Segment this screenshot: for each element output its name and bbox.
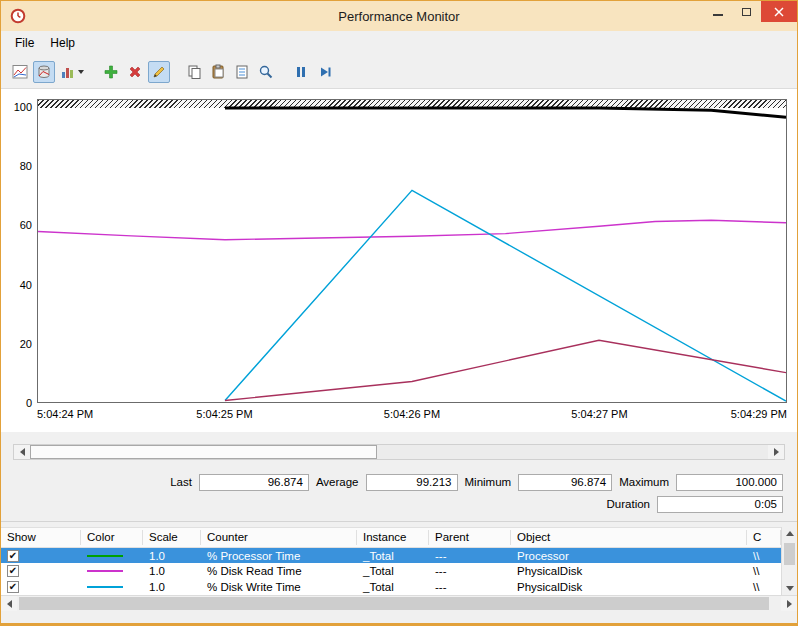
horizontal-scrollbar-track[interactable] (17, 596, 781, 611)
y-tick-label: 40 (20, 279, 32, 291)
minimize-button[interactable] (703, 1, 732, 22)
horizontal-scrollbar-thumb[interactable] (19, 597, 769, 610)
menu-help[interactable]: Help (42, 33, 83, 53)
vertical-scrollbar-thumb[interactable] (784, 543, 795, 565)
zoom-icon (258, 64, 274, 80)
zoom-button[interactable] (255, 61, 277, 83)
paste-counter-list-button[interactable] (207, 61, 229, 83)
header-color[interactable]: Color (81, 530, 143, 545)
update-data-button[interactable] (314, 61, 336, 83)
header-show[interactable]: Show (1, 530, 81, 545)
counter-row-processor-time[interactable]: ✔ 1.0 % Processor Time _Total --- Proces… (1, 548, 781, 564)
duration-label: Duration (607, 498, 650, 510)
object-cell: PhysicalDisk (511, 581, 747, 593)
highlight-button[interactable] (148, 61, 170, 83)
maximum-value: 100.000 (676, 474, 783, 491)
series-line (225, 108, 786, 117)
y-tick-label: 0 (26, 397, 32, 409)
minimum-value: 96.874 (518, 474, 612, 491)
close-button[interactable] (761, 1, 797, 22)
graph-panel: 100806040200 5:04:24 PM5:04:25 PM5:04:26… (1, 88, 797, 432)
maximize-button[interactable] (732, 1, 761, 22)
chart-lines (38, 100, 786, 402)
average-label: Average (316, 476, 359, 488)
freeze-display-button[interactable] (290, 61, 312, 83)
average-value: 99.213 (366, 474, 458, 491)
x-tick-label: 5:04:29 PM (731, 408, 787, 420)
chart-plot-area (37, 99, 787, 403)
view-log-data-icon (36, 64, 52, 80)
chart-type-icon (60, 64, 76, 80)
view-current-activity-button[interactable] (9, 61, 31, 83)
properties-icon (234, 64, 250, 80)
parent-cell: --- (429, 565, 511, 577)
counter-list: Show Color Scale Counter Instance Parent… (1, 527, 797, 595)
y-tick-label: 20 (20, 338, 32, 350)
duration-value: 0:05 (657, 496, 783, 513)
time-scrollbar-track[interactable] (30, 445, 768, 459)
time-scroll-left-button[interactable] (14, 445, 30, 459)
counter-row-disk-write-time[interactable]: ✔ 1.0 % Disk Write Time _Total --- Physi… (1, 579, 781, 595)
scale-cell: 1.0 (143, 565, 201, 577)
series-line (38, 220, 786, 239)
show-checkbox[interactable]: ✔ (7, 581, 19, 593)
time-scrollbar-thumb[interactable] (30, 445, 377, 459)
show-checkbox[interactable]: ✔ (7, 565, 19, 577)
series-line (225, 190, 786, 401)
counter-cell: % Disk Read Time (201, 565, 357, 577)
series-line (225, 340, 786, 400)
minimize-icon (713, 14, 723, 16)
copy-properties-button[interactable] (183, 61, 205, 83)
y-tick-label: 100 (14, 101, 32, 113)
header-parent[interactable]: Parent (429, 530, 511, 545)
copy-properties-icon (186, 64, 202, 80)
object-cell: Processor (511, 550, 747, 562)
instance-cell: _Total (357, 550, 429, 562)
scroll-left-icon (7, 600, 12, 608)
check-icon: ✔ (9, 566, 17, 576)
add-counter-button[interactable] (100, 61, 122, 83)
hscroll-left-button[interactable] (1, 596, 17, 611)
instance-cell: _Total (357, 581, 429, 593)
minimum-label: Minimum (465, 476, 512, 488)
change-graph-type-button[interactable] (57, 61, 87, 83)
last-label: Last (170, 476, 192, 488)
object-cell: PhysicalDisk (511, 565, 747, 577)
scroll-right-icon (774, 448, 779, 456)
counter-color-swatch (87, 555, 123, 557)
add-counter-icon (103, 64, 119, 80)
x-tick-label: 5:04:27 PM (571, 408, 627, 420)
show-checkbox[interactable]: ✔ (7, 550, 19, 562)
check-icon: ✔ (9, 551, 17, 561)
header-object[interactable]: Object (511, 530, 747, 545)
close-icon (774, 7, 784, 17)
parent-cell: --- (429, 550, 511, 562)
header-instance[interactable]: Instance (357, 530, 429, 545)
counter-list-horizontal-scrollbar[interactable] (1, 595, 797, 611)
value-bar: Last 96.874 Average 99.213 Minimum 96.87… (1, 473, 797, 517)
counter-cell: % Processor Time (201, 550, 357, 562)
counter-color-swatch (87, 586, 123, 588)
parent-cell: --- (429, 581, 511, 593)
time-scroll-right-button[interactable] (768, 445, 784, 459)
x-axis: 5:04:24 PM5:04:25 PM5:04:26 PM5:04:27 PM… (37, 406, 787, 426)
scale-cell: 1.0 (143, 550, 201, 562)
header-computer[interactable]: C (747, 530, 781, 545)
header-scale[interactable]: Scale (143, 530, 201, 545)
counter-color-swatch (87, 570, 123, 572)
menu-file[interactable]: File (7, 33, 42, 53)
view-log-data-button[interactable] (33, 61, 55, 83)
counter-list-vertical-scrollbar[interactable] (781, 527, 797, 595)
hscroll-right-button[interactable] (781, 596, 797, 611)
toolbar (1, 55, 797, 88)
y-tick-label: 60 (20, 219, 32, 231)
title-bar[interactable]: Performance Monitor (1, 1, 797, 31)
time-range-scrollbar[interactable] (13, 444, 785, 460)
delete-counter-button[interactable] (124, 61, 146, 83)
performance-monitor-window: Performance Monitor File Help (0, 0, 798, 626)
freeze-display-icon (293, 64, 309, 80)
properties-button[interactable] (231, 61, 253, 83)
window-title: Performance Monitor (1, 9, 797, 24)
counter-row-disk-read-time[interactable]: ✔ 1.0 % Disk Read Time _Total --- Physic… (1, 563, 781, 579)
header-counter[interactable]: Counter (201, 530, 357, 545)
